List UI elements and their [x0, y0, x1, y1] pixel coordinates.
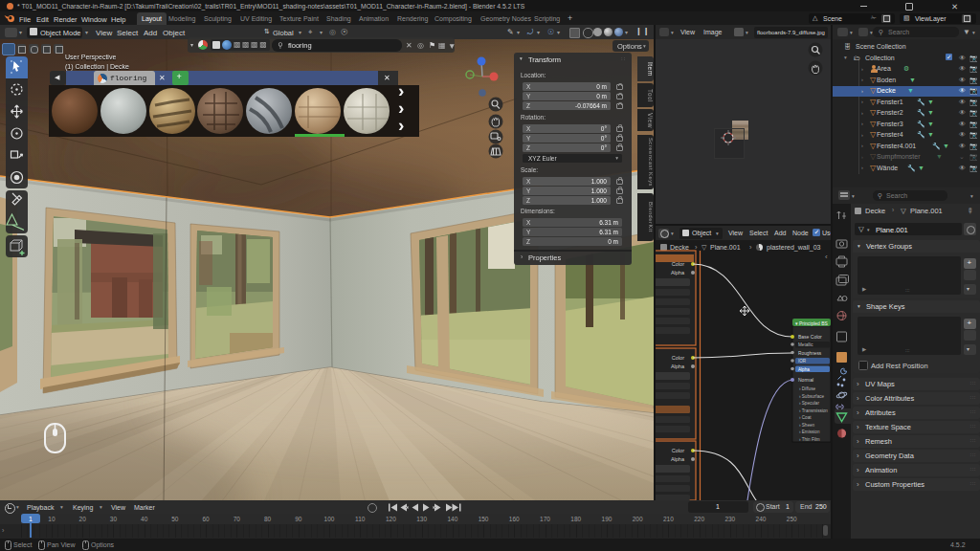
svg-text:Metallic: Metallic [798, 342, 813, 347]
svg-text:› Diffuse: › Diffuse [799, 386, 815, 391]
svg-text:Color: Color [672, 448, 684, 453]
svg-text:Alpha: Alpha [798, 367, 810, 372]
svg-text:IOR: IOR [798, 359, 807, 364]
svg-text:Roughness: Roughness [798, 351, 822, 356]
svg-text:Normal: Normal [798, 377, 813, 383]
svg-text:› Emission: › Emission [799, 430, 820, 434]
svg-text:› Specular: › Specular [799, 401, 819, 406]
svg-text:Color: Color [672, 261, 684, 267]
svg-text:Alpha: Alpha [671, 364, 685, 369]
svg-text:Base Color: Base Color [798, 334, 822, 340]
svg-text:› Coat: › Coat [799, 415, 812, 420]
svg-text:› Sheen: › Sheen [799, 423, 815, 428]
svg-text:Alpha: Alpha [671, 456, 685, 462]
svg-text:› Subsurface: › Subsurface [799, 394, 824, 399]
svg-text:Color: Color [672, 355, 684, 361]
svg-text:› Thin Film: › Thin Film [799, 437, 820, 442]
svg-text:▾ Principled BS: ▾ Principled BS [795, 320, 829, 326]
svg-text:› Transmission: › Transmission [799, 408, 828, 413]
svg-text:Alpha: Alpha [671, 270, 685, 276]
